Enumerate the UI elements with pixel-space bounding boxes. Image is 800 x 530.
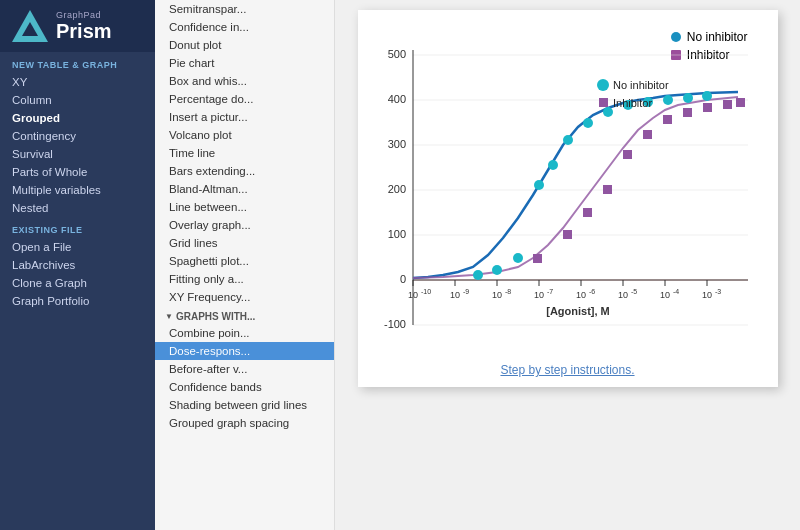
sidebar-item-labarchives[interactable]: LabArchives — [0, 256, 155, 274]
svg-text:10: 10 — [533, 290, 543, 300]
logo-icon — [12, 10, 48, 42]
sidebar-item-clone-graph[interactable]: Clone a Graph — [0, 274, 155, 292]
menu-item-line-between[interactable]: Line between... — [155, 198, 334, 216]
menu-item-semitransparent[interactable]: Semitranspar... — [155, 0, 334, 18]
svg-rect-59 — [643, 130, 652, 139]
step-by-step-link[interactable]: Step by step instructions. — [378, 363, 758, 377]
menu-item-percentage[interactable]: Percentage do... — [155, 90, 334, 108]
svg-text:No inhibitor: No inhibitor — [613, 79, 669, 91]
menu-item-before-after[interactable]: Before-after v... — [155, 360, 334, 378]
menu-item-xy-frequency[interactable]: XY Frequency... — [155, 288, 334, 306]
sidebar-item-open-file[interactable]: Open a File — [0, 238, 155, 256]
menu-item-dose-response[interactable]: Dose-respons... — [155, 342, 334, 360]
svg-text:300: 300 — [387, 138, 405, 150]
svg-text:200: 200 — [387, 183, 405, 195]
svg-text:-6: -6 — [589, 288, 595, 295]
menu-item-combine[interactable]: Combine poin... — [155, 324, 334, 342]
svg-point-41 — [473, 270, 483, 280]
svg-point-45 — [548, 160, 558, 170]
chart-wrapper: 500 400 300 200 100 0 -100 — [378, 25, 758, 355]
menu-item-grid-lines[interactable]: Grid lines — [155, 234, 334, 252]
logo-graphpad-label: GraphPad — [56, 10, 112, 20]
svg-text:[Agonist], M: [Agonist], M — [546, 305, 610, 317]
svg-rect-64 — [736, 98, 745, 107]
svg-text:500: 500 — [387, 48, 405, 60]
svg-point-46 — [563, 135, 573, 145]
svg-point-44 — [534, 180, 544, 190]
sidebar-item-survival[interactable]: Survival — [0, 145, 155, 163]
chart-card: No inhibitor Inhibitor 500 400 300 200 1… — [358, 10, 778, 387]
svg-point-48 — [603, 107, 613, 117]
svg-text:0: 0 — [399, 273, 405, 285]
menu-item-fitting[interactable]: Fitting only a... — [155, 270, 334, 288]
menu-list: Semitranspar... Confidence in... Donut p… — [155, 0, 335, 530]
menu-item-volcano[interactable]: Volcano plot — [155, 126, 334, 144]
svg-text:-10: -10 — [421, 288, 431, 295]
menu-item-confidence-in[interactable]: Confidence in... — [155, 18, 334, 36]
svg-point-52 — [683, 93, 693, 103]
svg-text:10: 10 — [491, 290, 501, 300]
sidebar-item-column[interactable]: Column — [0, 91, 155, 109]
svg-point-65 — [597, 79, 609, 91]
svg-point-43 — [513, 253, 523, 263]
svg-rect-57 — [603, 185, 612, 194]
sidebar-item-graph-portfolio[interactable]: Graph Portfolio — [0, 292, 155, 310]
svg-rect-58 — [623, 150, 632, 159]
svg-text:10: 10 — [575, 290, 585, 300]
svg-rect-63 — [723, 100, 732, 109]
svg-text:-7: -7 — [547, 288, 553, 295]
sidebar: GraphPad Prism NEW TABLE & GRAPH XY Colu… — [0, 0, 155, 530]
menu-item-spaghetti[interactable]: Spaghetti plot... — [155, 252, 334, 270]
svg-text:10: 10 — [617, 290, 627, 300]
svg-text:100: 100 — [387, 228, 405, 240]
menu-item-shading[interactable]: Shading between grid lines — [155, 396, 334, 414]
sidebar-item-parts-of-whole[interactable]: Parts of Whole — [0, 163, 155, 181]
svg-point-42 — [492, 265, 502, 275]
menu-section-graphs-with: GRAPHS WITH... — [155, 306, 334, 324]
svg-text:-3: -3 — [715, 288, 721, 295]
svg-rect-56 — [583, 208, 592, 217]
svg-text:-100: -100 — [383, 318, 405, 330]
svg-point-51 — [663, 95, 673, 105]
svg-text:10: 10 — [407, 290, 417, 300]
svg-text:10: 10 — [449, 290, 459, 300]
svg-text:-5: -5 — [631, 288, 637, 295]
menu-item-overlay-graph[interactable]: Overlay graph... — [155, 216, 334, 234]
sidebar-item-contingency[interactable]: Contingency — [0, 127, 155, 145]
logo-prism-label: Prism — [56, 20, 112, 42]
svg-rect-55 — [563, 230, 572, 239]
menu-item-donut-plot[interactable]: Donut plot — [155, 36, 334, 54]
menu-item-bars-extending[interactable]: Bars extending... — [155, 162, 334, 180]
sidebar-item-multiple-variables[interactable]: Multiple variables — [0, 181, 155, 199]
existing-file-section: EXISTING FILE — [0, 217, 155, 238]
menu-item-insert-picture[interactable]: Insert a pictur... — [155, 108, 334, 126]
chart-svg: 500 400 300 200 100 0 -100 — [378, 25, 758, 355]
svg-point-53 — [702, 91, 712, 101]
new-table-section: NEW TABLE & GRAPH — [0, 52, 155, 73]
content-area: No inhibitor Inhibitor 500 400 300 200 1… — [335, 0, 800, 530]
svg-text:10: 10 — [701, 290, 711, 300]
svg-rect-67 — [599, 98, 608, 107]
svg-text:-4: -4 — [673, 288, 679, 295]
svg-text:400: 400 — [387, 93, 405, 105]
menu-item-bland-altman[interactable]: Bland-Altman... — [155, 180, 334, 198]
svg-rect-54 — [533, 254, 542, 263]
sidebar-item-grouped[interactable]: Grouped — [0, 109, 155, 127]
sidebar-item-xy[interactable]: XY — [0, 73, 155, 91]
menu-item-grouped-spacing[interactable]: Grouped graph spacing — [155, 414, 334, 432]
svg-text:-9: -9 — [463, 288, 469, 295]
logo: GraphPad Prism — [0, 0, 155, 52]
sidebar-item-nested[interactable]: Nested — [0, 199, 155, 217]
menu-item-pie-chart[interactable]: Pie chart — [155, 54, 334, 72]
menu-item-timeline[interactable]: Time line — [155, 144, 334, 162]
menu-item-box-whisker[interactable]: Box and whis... — [155, 72, 334, 90]
svg-rect-60 — [663, 115, 672, 124]
svg-text:Inhibitor: Inhibitor — [613, 97, 652, 109]
svg-rect-61 — [683, 108, 692, 117]
svg-rect-62 — [703, 103, 712, 112]
svg-text:-8: -8 — [505, 288, 511, 295]
menu-item-confidence-bands[interactable]: Confidence bands — [155, 378, 334, 396]
svg-point-47 — [583, 118, 593, 128]
svg-text:10: 10 — [659, 290, 669, 300]
